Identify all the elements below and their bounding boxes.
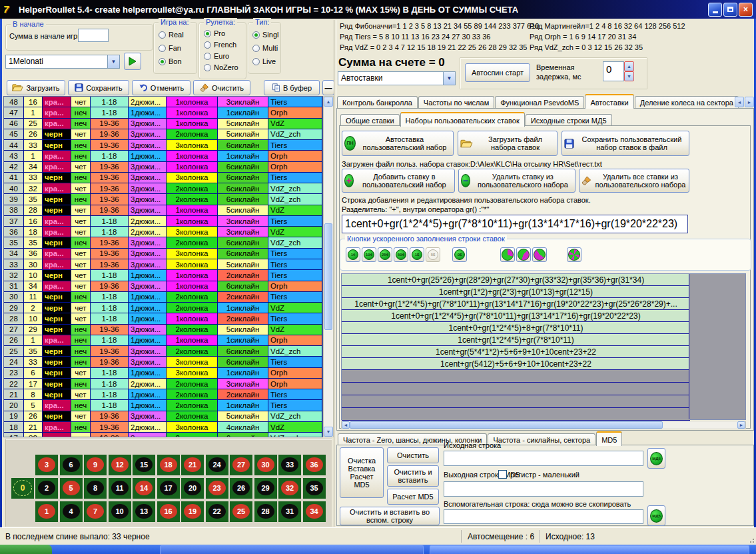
collapse-button[interactable]: — <box>322 80 334 95</box>
board-cell-31[interactable]: 31 <box>278 501 301 522</box>
quick-coin-50¢-button[interactable]: 50¢ <box>394 247 408 262</box>
md5-source-input[interactable] <box>444 451 643 466</box>
board-cell-35[interactable]: 35 <box>303 478 326 499</box>
board-cell-25[interactable]: 25 <box>230 501 252 522</box>
quick-coin-1$-button[interactable]: 1$ <box>410 247 424 262</box>
spin-row[interactable]: 4816кра...чет1-182дюжи...1колонка3сиклай… <box>4 97 322 107</box>
spin-row[interactable]: 3535черннеч19-363дюжи...2колонка6сиклайн… <box>4 237 322 248</box>
delay-spinner[interactable]: ▲ ▼ <box>624 61 634 81</box>
spin-row[interactable]: 1732кра...чет19-363дюжи...2колонка6сикла… <box>4 433 322 437</box>
board-cell-18[interactable]: 18 <box>157 455 180 475</box>
board-cell-16[interactable]: 16 <box>157 501 180 522</box>
bet-list-empty-row[interactable] <box>342 408 690 421</box>
radio-fan[interactable]: Fan <box>159 44 181 52</box>
radio-multi[interactable]: Multi <box>252 44 278 52</box>
quick-pie3-9-button[interactable] <box>532 247 547 262</box>
board-cell-27[interactable]: 27 <box>230 455 252 475</box>
spin-row[interactable]: 4433черннеч19-363дюжи...3колонка6сиклайн… <box>4 140 322 151</box>
quick-pie1-7-button[interactable] <box>500 247 515 262</box>
scroll-left-icon[interactable]: ◄ <box>342 421 350 429</box>
spin-row[interactable]: 4625кра...неч19-363дюжи...1колонка5сикла… <box>4 119 322 129</box>
spin-row[interactable]: 2535черннеч19-363дюжи...2колонка6сиклайн… <box>4 346 322 357</box>
spin-row[interactable]: 3935черннеч19-363дюжи...2колонка6сиклайн… <box>4 194 322 205</box>
radio-euro[interactable]: Euro <box>204 52 229 60</box>
resize-grip[interactable] <box>748 537 755 543</box>
spin-row[interactable]: 236чернчет1-181дюжи...3колонка1сиклайнOr… <box>4 368 322 379</box>
spin-row[interactable]: 4526чернчет19-363дюжи...2колонка5сиклайн… <box>4 129 322 140</box>
play-button[interactable] <box>124 53 141 70</box>
main-tab-3[interactable]: Автоставки <box>585 94 633 109</box>
board-cell-12[interactable]: 12 <box>109 455 131 475</box>
md5-clear-button[interactable]: Очистить <box>387 447 439 463</box>
radio-singl[interactable]: Singl <box>252 31 278 39</box>
spin-row[interactable]: 292чернчет1-181дюжи...2колонка1сиклайнVd… <box>4 303 322 313</box>
scrollbar-thumb[interactable] <box>324 223 332 330</box>
board-cell-10[interactable]: 10 <box>109 501 131 522</box>
add-bet-button[interactable]: + Добавить ставку в пользовательский наб… <box>342 169 455 193</box>
bet-list-hscrollbar[interactable]: ◄ ► <box>341 421 746 429</box>
save-set-file-button[interactable]: Сохранить пользовательский набор ставок … <box>562 131 689 156</box>
quick-coin-10¢-button[interactable]: 10¢ <box>362 247 376 262</box>
undo-button[interactable]: Отменить <box>132 80 190 95</box>
spin-row[interactable]: 261кра...неч1-181дюжи...1колонка1сиклайн… <box>4 335 322 346</box>
radio-bon[interactable]: Bon <box>159 57 182 65</box>
board-cell-20[interactable]: 20 <box>181 478 204 499</box>
spin-row[interactable]: 3330кра...чет19-363дюжи...3колонка5сикла… <box>4 259 322 270</box>
remove-bet-button[interactable]: − Удалить ставку из пользовательского на… <box>458 169 575 193</box>
board-cell-8[interactable]: 8 <box>84 478 107 499</box>
spin-row[interactable]: 2729черннеч19-363дюжи...2колонка5сиклайн… <box>4 325 322 335</box>
md5-calc-button[interactable]: Расчет MD5 <box>387 489 439 505</box>
main-tab-0[interactable]: Контроль банкролла <box>337 96 418 109</box>
clear-button[interactable]: Очистить <box>193 80 250 95</box>
board-cell-36[interactable]: 36 <box>303 455 326 475</box>
start-sum-input[interactable] <box>78 29 109 42</box>
bet-list-item[interactable]: 1cent+0+gr(1*2*4*5)+gr(7*8*10*11)+gr(13*… <box>342 298 690 310</box>
board-cell-3[interactable]: 3 <box>35 455 58 475</box>
spin-row[interactable]: 471кра...неч1-181дюжи...1колонка1сиклайн… <box>4 107 322 118</box>
board-cell-9[interactable]: 9 <box>84 455 107 475</box>
spin-row[interactable]: 431кра...неч1-181дюжи...1колонка1сиклайн… <box>4 151 322 161</box>
md5-big-button[interactable]: Очистка Вставка Расчет MD5 <box>340 447 384 498</box>
md5-calc-aux-button[interactable]: МД5 <box>647 505 665 526</box>
board-cell-30[interactable]: 30 <box>254 455 277 475</box>
spin-row[interactable]: 1926чернчет19-363дюжи...2колонка5сиклайн… <box>4 411 322 422</box>
board-cell-13[interactable]: 13 <box>133 501 155 522</box>
radio-real[interactable]: Real <box>159 31 184 39</box>
windows-taskbar[interactable] <box>0 545 756 554</box>
mode-combo[interactable]: Автоставки ▼ <box>338 71 456 85</box>
quick-star-10-button[interactable] <box>567 247 581 262</box>
bet-list-item[interactable]: 1cent+gr(5*4*1*2)+5+6+9+10+10cent+23+22 <box>342 346 690 358</box>
board-cell-7[interactable]: 7 <box>84 501 107 522</box>
hscrollbar-thumb[interactable] <box>350 421 663 429</box>
remove-all-bets-button[interactable]: Удалить все ставки из пользовательского … <box>579 169 689 193</box>
autostavka-set-button[interactable]: ПН Автоставка пользовательский набор <box>342 131 454 156</box>
spin-row[interactable]: 3618кра...чет1-182дюжи...3колонка3сиклай… <box>4 227 322 237</box>
spin-row[interactable]: 3828чернчет19-363дюжи...1колонка5сиклайн… <box>4 205 322 216</box>
md5-calc-source-button[interactable]: МД5 <box>647 448 665 469</box>
close-button[interactable]: × <box>739 3 753 17</box>
scroll-down-icon[interactable]: ▼ <box>324 427 333 437</box>
bet-list-item[interactable]: 1cent+gr(5412)+5+6+9+10+10cent+23+22 <box>342 358 690 370</box>
radio-pro[interactable]: Pro <box>204 29 225 37</box>
board-cell-24[interactable]: 24 <box>206 455 228 475</box>
spin-table-scrollbar[interactable]: ▲ ▼ <box>323 96 334 437</box>
md5-clear-paste-aux-button[interactable]: Очистить и вставить во вспом. строку <box>340 507 440 525</box>
strategy-combo[interactable]: 1Melonati ▼ <box>5 55 120 69</box>
quick-pie2-8-button[interactable] <box>516 247 531 262</box>
taskbar-item-active[interactable] <box>430 545 749 554</box>
taskbar-item[interactable] <box>160 545 424 554</box>
board-cell-5[interactable]: 5 <box>60 478 83 499</box>
delay-input[interactable]: 0 <box>603 61 624 81</box>
spin-row[interactable]: 2217черннеч1-182дюжи...2колонка3сиклайнO… <box>4 379 322 389</box>
spin-row[interactable]: 218чернчет1-181дюжи...2колонка2сиклайнTi… <box>4 389 322 400</box>
board-cell-19[interactable]: 19 <box>181 501 204 522</box>
board-cell-17[interactable]: 17 <box>157 478 180 499</box>
board-cell-11[interactable]: 11 <box>109 478 131 499</box>
maximize-button[interactable] <box>723 3 737 17</box>
board-cell-6[interactable]: 6 <box>60 455 83 475</box>
copy-buffer-button[interactable]: В буфер <box>264 80 320 95</box>
quick-coin-1¢-button[interactable]: 1¢ <box>346 247 360 262</box>
md5-output-input[interactable] <box>444 481 643 497</box>
spin-row[interactable]: 3436кра...чет19-363дюжи...3колонка6сикла… <box>4 249 322 259</box>
tab-scroll-right-icon[interactable]: ► <box>745 97 754 107</box>
